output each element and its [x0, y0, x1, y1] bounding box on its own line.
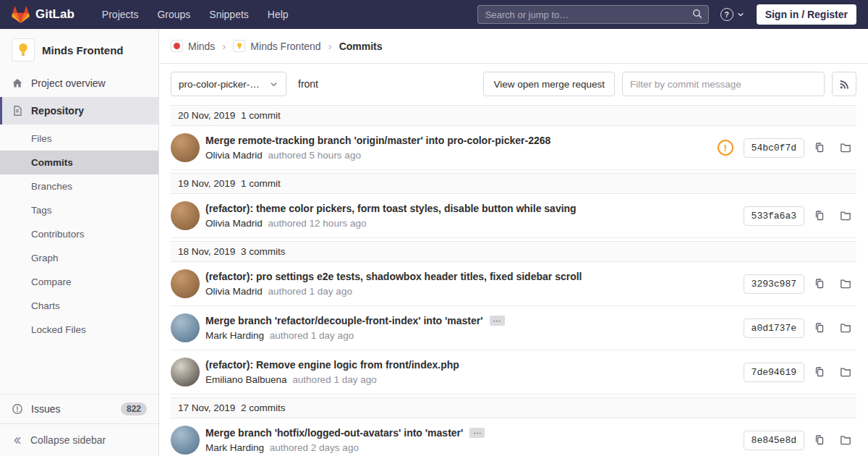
sidebar-item-issues[interactable]: Issues 822: [0, 394, 158, 423]
commit-meta: Olivia Madrid authored 5 hours ago: [205, 150, 550, 161]
sidebar-item-contributors[interactable]: Contributors: [0, 222, 158, 246]
commit-count: 2 commits: [241, 402, 286, 413]
commits-controls: pro-color-picker-… front View open merge…: [159, 64, 868, 105]
copy-sha-button[interactable]: [809, 361, 830, 383]
browse-files-button[interactable]: [835, 317, 856, 339]
breadcrumb-minds-frontend-link[interactable]: Minds Frontend: [250, 41, 320, 52]
expand-commit-message-button[interactable]: ⋯: [490, 316, 505, 326]
commit-meta: Olivia Madrid authored 1 day ago: [205, 286, 582, 297]
commit-sha-link[interactable]: 54bc0f7d: [744, 138, 804, 158]
commit-title-link[interactable]: Merge remote-tracking branch 'origin/mas…: [205, 135, 550, 146]
folder-icon: [840, 366, 851, 378]
gitlab-home-link[interactable]: GitLab: [12, 6, 75, 24]
commit-row: Merge branch 'refactor/decouple-front-in…: [171, 306, 856, 350]
author-avatar[interactable]: [171, 426, 200, 455]
nav-item-help[interactable]: Help: [268, 9, 289, 20]
pipeline-status-warning-icon[interactable]: !: [718, 140, 733, 156]
lightbulb-icon: [15, 42, 31, 58]
copy-sha-button[interactable]: [809, 273, 830, 295]
gitlab-tanuki-icon: [12, 6, 30, 24]
commit-authored-time: authored 5 hours ago: [268, 150, 361, 161]
help-dropdown[interactable]: ?: [720, 8, 745, 21]
commit-row: (refactor): Remove engine logic from fro…: [171, 350, 856, 394]
nav-item-snippets[interactable]: Snippets: [209, 9, 248, 20]
sidebar-item-commits[interactable]: Commits: [0, 151, 158, 174]
sidebar-item-graph[interactable]: Graph: [0, 246, 158, 270]
browse-files-button[interactable]: [835, 361, 856, 383]
nav-item-groups[interactable]: Groups: [157, 9, 190, 20]
view-open-merge-request-button[interactable]: View open merge request: [483, 72, 615, 96]
sidebar-item-files[interactable]: Files: [0, 127, 158, 151]
author-avatar[interactable]: [171, 269, 200, 298]
search-icon: [692, 8, 703, 20]
main-content: Minds › Minds Frontend › Commits pro-col…: [159, 29, 868, 456]
commit-day-rows: Merge remote-tracking branch 'origin/mas…: [171, 126, 856, 170]
commit-author-link[interactable]: Mark Harding: [205, 330, 264, 341]
browse-files-button[interactable]: [835, 429, 856, 451]
sidebar-item-label: Project overview: [31, 77, 106, 89]
commit-actions: 8e845e8d: [735, 429, 856, 451]
copy-sha-button[interactable]: [809, 137, 830, 159]
commits-feed-button[interactable]: [832, 72, 856, 96]
browse-files-button[interactable]: [835, 137, 856, 159]
expand-commit-message-button[interactable]: ⋯: [469, 428, 485, 438]
commit-author-link[interactable]: Mark Harding: [205, 442, 264, 453]
commit-sha-link[interactable]: 7de94619: [744, 363, 804, 382]
sign-in-register-button[interactable]: Sign in / Register: [757, 4, 856, 25]
sidebar-item-tags[interactable]: Tags: [0, 198, 158, 222]
project-header[interactable]: Minds Frontend: [0, 29, 158, 69]
author-avatar[interactable]: [171, 358, 200, 387]
commit-sha-link[interactable]: 8e845e8d: [744, 431, 804, 450]
browse-files-button[interactable]: [835, 205, 856, 227]
breadcrumb: Minds › Minds Frontend › Commits: [159, 29, 868, 64]
folder-icon: [840, 434, 851, 446]
commit-author-link[interactable]: Olivia Madrid: [205, 218, 263, 229]
commit-author-link[interactable]: Olivia Madrid: [205, 286, 263, 297]
commit-sha-link[interactable]: 3293c987: [744, 274, 804, 294]
commit-author-link[interactable]: Olivia Madrid: [205, 150, 263, 161]
sidebar-item-compare[interactable]: Compare: [0, 270, 158, 294]
navbar-right: ? Sign in / Register: [477, 4, 856, 25]
commit-sha-link[interactable]: a0d1737e: [744, 318, 804, 338]
sidebar-item-project-overview[interactable]: Project overview: [0, 69, 158, 97]
sidebar-item-locked-files[interactable]: Locked Files: [0, 318, 158, 342]
breadcrumb-minds-link[interactable]: Minds: [188, 41, 215, 52]
commit-row: Merge branch 'hotfix/logged-out-avatars'…: [171, 418, 856, 456]
commit-row: (refactor): pro settings e2e tests, shad…: [171, 262, 856, 306]
copy-sha-button[interactable]: [809, 205, 830, 227]
top-navbar: GitLab Projects Groups Snippets Help ? S…: [0, 0, 868, 29]
minds-frontend-avatar: [233, 40, 245, 52]
copy-sha-button[interactable]: [809, 429, 830, 451]
copy-icon: [814, 278, 825, 290]
author-avatar[interactable]: [171, 201, 200, 230]
copy-sha-button[interactable]: [809, 317, 830, 339]
author-avatar[interactable]: [171, 313, 200, 342]
browse-files-button[interactable]: [835, 273, 856, 295]
commit-info: (refactor): theme color pickers, form to…: [205, 203, 576, 229]
commit-title-link[interactable]: Merge branch 'refactor/decouple-front-in…: [205, 315, 483, 326]
author-avatar[interactable]: [171, 133, 200, 162]
commit-title-link[interactable]: (refactor): Remove engine logic from fro…: [205, 359, 459, 371]
commit-day-group: 20 Nov, 2019 1 commit Merge remote-track…: [171, 105, 856, 170]
commit-list: 20 Nov, 2019 1 commit Merge remote-track…: [159, 105, 868, 456]
commit-title-link[interactable]: Merge branch 'hotfix/logged-out-avatars'…: [205, 427, 463, 439]
commit-count: 3 commits: [241, 246, 286, 257]
commit-title-link[interactable]: (refactor): theme color pickers, form to…: [205, 203, 576, 214]
commit-sha-link[interactable]: 533fa6a3: [744, 206, 804, 226]
project-sidebar: Minds Frontend Project overview Reposito…: [0, 29, 159, 456]
commit-author-link[interactable]: Emiliano Balbuena: [205, 374, 287, 385]
commit-actions: 3293c987: [735, 273, 856, 295]
commit-message-filter-input[interactable]: [622, 72, 825, 96]
sidebar-item-charts[interactable]: Charts: [0, 294, 158, 318]
sidebar-item-repository[interactable]: Repository: [0, 97, 158, 124]
sidebar-item-branches[interactable]: Branches: [0, 174, 158, 198]
branch-dropdown[interactable]: pro-color-picker-…: [171, 72, 286, 96]
commit-info: Merge branch 'refactor/decouple-front-in…: [205, 315, 505, 341]
commit-title-link[interactable]: (refactor): pro settings e2e tests, shad…: [205, 271, 582, 282]
commit-date: 20 Nov, 2019: [178, 110, 235, 121]
nav-item-projects[interactable]: Projects: [102, 9, 139, 20]
copy-icon: [814, 322, 825, 334]
search-input[interactable]: [477, 5, 709, 24]
collapse-sidebar-button[interactable]: Collapse sidebar: [0, 423, 158, 456]
folder-icon: [840, 142, 851, 153]
